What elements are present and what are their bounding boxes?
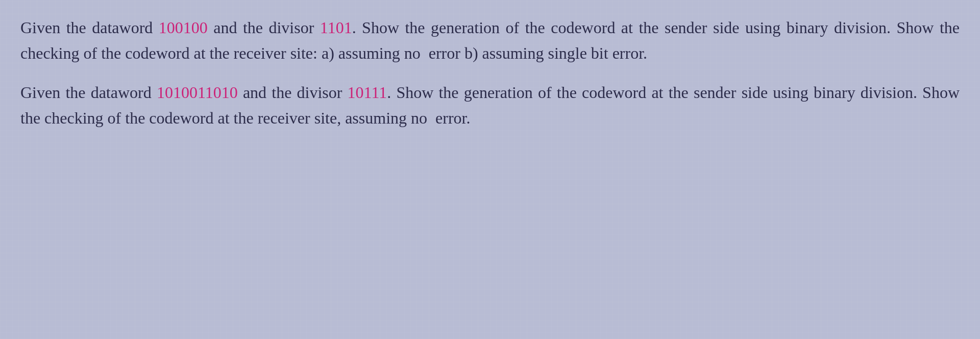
paragraph-2: Given the dataword 1010011010 and the di…: [20, 80, 960, 131]
p2-text-2: and the divisor: [238, 83, 348, 102]
p2-divisor-1: 10111: [348, 83, 387, 102]
main-content: Given the dataword 100100 and the diviso…: [20, 15, 960, 145]
p1-text-2: and the divisor: [208, 18, 320, 37]
paragraph-1: Given the dataword 100100 and the diviso…: [20, 15, 960, 66]
p2-text-1: Given the dataword: [20, 83, 157, 102]
p2-dataword-1: 1010011010: [157, 83, 238, 102]
p1-divisor-1: 1101: [320, 18, 352, 37]
p1-dataword-1: 100100: [159, 18, 208, 37]
p1-text-1: Given the dataword: [20, 18, 159, 37]
